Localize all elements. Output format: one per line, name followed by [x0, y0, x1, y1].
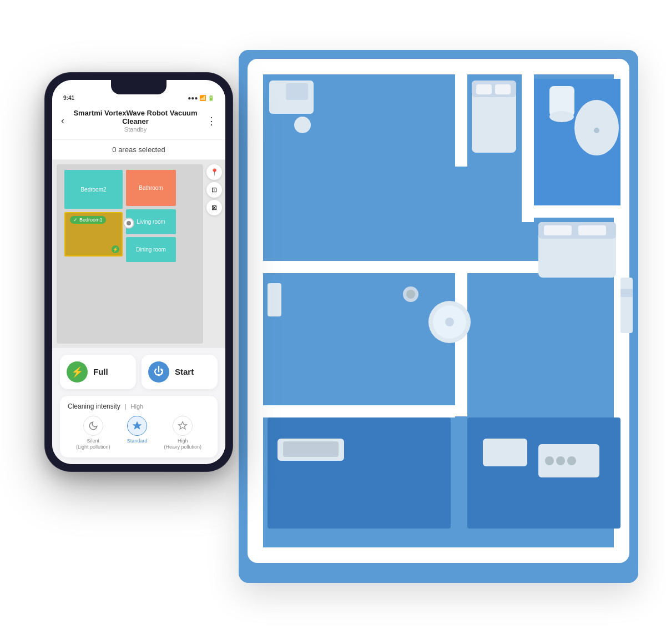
map-area[interactable]: Bedroom2 Bathroom ✓ Bedroom1	[52, 160, 225, 348]
action-buttons: ⚡ Full ⏻ Start	[60, 355, 218, 389]
full-clean-button[interactable]: ⚡ Full	[60, 355, 136, 389]
room-bedroom2-label: Bedroom2	[80, 187, 106, 193]
app-header: ‹ Smartmi VortexWave Robot Vacuum Cleane…	[52, 104, 225, 140]
room-edit-button[interactable]: ⊠	[206, 200, 222, 215]
svg-rect-30	[283, 441, 339, 457]
intensity-level-value: High	[131, 403, 144, 410]
phone-device: 9:41 ●●● 📶 🔋 ‹ Smartmi VortexWave Robot …	[44, 72, 233, 472]
room-bedroom1-label: Bedroom1	[79, 217, 103, 223]
svg-point-40	[406, 290, 415, 299]
standard-label: Standard	[127, 438, 148, 445]
bottom-controls: ⚡ Full ⏻ Start Cleaning intensity |	[52, 348, 225, 464]
selected-badge: ✓ Bedroom1	[70, 216, 106, 224]
floor-plan-3d	[239, 50, 638, 583]
intensity-header: Cleaning intensity | High	[68, 402, 210, 410]
svg-point-34	[556, 456, 565, 465]
svg-rect-38	[268, 283, 281, 316]
room-bathroom-label: Bathroom	[139, 185, 163, 191]
silent-label: Silent(Light pollution)	[76, 438, 110, 451]
room-livingroom-label: Living room	[137, 219, 165, 225]
map-canvas[interactable]: Bedroom2 Bathroom ✓ Bedroom1	[57, 164, 203, 344]
svg-rect-14	[286, 83, 308, 100]
areas-selected-bar: 0 areas selected	[52, 140, 225, 160]
room-edit-icon: ⊠	[211, 204, 217, 212]
silent-icon	[83, 416, 103, 436]
svg-point-35	[567, 456, 576, 465]
standard-icon	[127, 416, 147, 436]
header-title: Smartmi VortexWave Robot Vacuum Cleaner …	[64, 109, 206, 133]
svg-rect-37	[620, 289, 633, 297]
map-tools: 📍 ⊡ ⊠	[206, 164, 222, 215]
svg-rect-3	[522, 205, 622, 218]
full-label: Full	[93, 367, 108, 376]
svg-rect-18	[476, 84, 492, 94]
svg-rect-22	[544, 225, 572, 235]
svg-rect-27	[268, 417, 451, 529]
robot-position	[123, 218, 134, 229]
location-icon: 📍	[210, 168, 219, 176]
svg-rect-19	[495, 84, 511, 94]
full-icon: ⚡	[67, 361, 88, 383]
select-area-icon: ⊡	[211, 186, 217, 194]
intensity-divider: |	[125, 403, 127, 410]
charge-icon: ⚡	[112, 245, 119, 253]
start-button[interactable]: ⏻ Start	[142, 355, 218, 389]
svg-rect-36	[620, 278, 633, 333]
phone-screen: 9:41 ●●● 📶 🔋 ‹ Smartmi VortexWave Robot …	[52, 80, 225, 464]
svg-point-33	[545, 456, 554, 465]
svg-rect-15	[294, 117, 311, 133]
phone-body: 9:41 ●●● 📶 🔋 ‹ Smartmi VortexWave Robot …	[44, 72, 233, 472]
start-label: Start	[175, 367, 194, 376]
svg-rect-31	[483, 439, 527, 466]
room-bedroom1[interactable]: ✓ Bedroom1 ⚡	[64, 212, 123, 256]
high-icon	[173, 416, 193, 436]
area-select-button[interactable]: ⊡	[206, 182, 222, 198]
room-bathroom[interactable]: Bathroom	[126, 170, 176, 206]
svg-rect-7	[255, 405, 455, 417]
check-icon: ✓	[73, 217, 78, 223]
room-diningroom-label: Dining room	[136, 246, 166, 253]
status-icons: ●●● 📶 🔋	[188, 95, 214, 101]
intensity-high[interactable]: High(Heavy pollution)	[164, 416, 201, 451]
svg-rect-4	[455, 67, 467, 167]
intensity-silent[interactable]: Silent(Light pollution)	[76, 416, 110, 451]
status-time: 9:41	[63, 95, 74, 101]
device-name: Smartmi VortexWave Robot Vacuum Cleaner	[64, 109, 206, 125]
robot-dot-inner	[127, 221, 131, 225]
cleaning-intensity-section: Cleaning intensity | High	[60, 396, 218, 457]
intensity-options: Silent(Light pollution) Standard	[68, 416, 210, 451]
svg-point-10	[549, 111, 574, 122]
more-button[interactable]: ⋮	[206, 115, 216, 127]
intensity-standard[interactable]: Standard	[127, 416, 148, 451]
room-bedroom2[interactable]: Bedroom2	[64, 170, 123, 209]
device-status: Standby	[64, 126, 206, 133]
svg-rect-23	[578, 225, 606, 235]
start-icon: ⏻	[148, 361, 169, 383]
scene-container: 9:41 ●●● 📶 🔋 ‹ Smartmi VortexWave Robot …	[28, 28, 638, 616]
svg-rect-2	[522, 67, 534, 222]
intensity-title: Cleaning intensity	[68, 402, 120, 410]
high-label: High(Heavy pollution)	[164, 438, 201, 451]
svg-point-26	[445, 318, 454, 326]
phone-notch	[111, 80, 167, 94]
svg-point-12	[594, 128, 599, 133]
location-tool-button[interactable]: 📍	[206, 164, 222, 180]
room-diningroom[interactable]: Dining room	[126, 237, 176, 262]
